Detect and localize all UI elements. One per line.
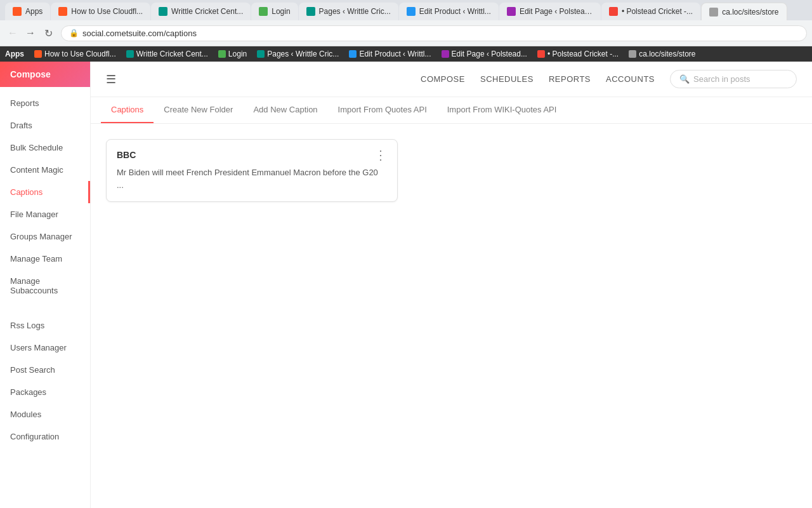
apps-bar: Apps How to Use Cloudfl...Writtle Cricke… xyxy=(0,46,812,62)
browser-tab-tab-cloudf[interactable]: How to Use Cloudfl... xyxy=(51,3,150,20)
sidebar-item-content-magic[interactable]: Content Magic xyxy=(0,159,90,181)
sidebar-item-users-manager[interactable]: Users Manager xyxy=(0,337,90,359)
reload-button[interactable]: ↻ xyxy=(41,25,56,41)
sidebar-item-manage-team[interactable]: Manage Team xyxy=(0,248,90,270)
apps-bar-item[interactable]: How to Use Cloudfl... xyxy=(34,50,116,58)
apps-favicon xyxy=(537,50,545,58)
sidebar-item-rss-logs[interactable]: Rss Logs xyxy=(0,314,90,337)
tabs-bar: CaptionsCreate New FolderAdd New Caption… xyxy=(91,97,812,124)
tab-title: Writtle Cricket Cent... xyxy=(171,7,243,16)
search-icon: 🔍 xyxy=(679,74,690,84)
sidebar-item-file-manager[interactable]: File Manager xyxy=(0,203,90,225)
sidebar-item-bulk-schedule[interactable]: Bulk Schedule xyxy=(0,137,90,159)
search-box[interactable]: 🔍 Search in posts xyxy=(670,70,797,88)
apps-favicon xyxy=(218,50,226,58)
browser-tabs-bar: AppsHow to Use Cloudfl...Writtle Cricket… xyxy=(0,0,812,20)
apps-favicon xyxy=(349,50,357,58)
sidebar-item-manage-subaccounts[interactable]: Manage Subaccounts xyxy=(0,270,90,302)
tab-title: Edit Product ‹ Writtl... xyxy=(419,7,491,16)
content-tab-add-new-caption[interactable]: Add New Caption xyxy=(243,97,327,123)
apps-favicon xyxy=(629,50,636,58)
apps-bar-item[interactable]: Writtle Cricket Cent... xyxy=(126,50,208,58)
main-content: ☰ COMPOSESCHEDULESREPORTSACCOUNTS 🔍 Sear… xyxy=(91,62,812,508)
caption-card-card-bbc: BBC ⋮ Mr Biden will meet French Presiden… xyxy=(106,139,398,202)
menu-icon[interactable]: ☰ xyxy=(106,72,116,86)
browser-tab-tab-login[interactable]: Login xyxy=(251,3,298,20)
tab-favicon xyxy=(306,7,315,16)
browser-chrome: ← → ↻ 🔒 social.cometsuite.com/captions xyxy=(0,20,812,46)
address-bar-url: social.cometsuite.com/captions xyxy=(82,29,197,38)
sidebar-item-packages[interactable]: Packages xyxy=(0,381,90,403)
tab-title: Apps xyxy=(25,7,43,16)
apps-favicon xyxy=(257,50,265,58)
tab-title: Pages ‹ Writtle Cric... xyxy=(319,7,391,16)
content-tab-captions[interactable]: Captions xyxy=(101,97,154,123)
header: ☰ COMPOSESCHEDULESREPORTSACCOUNTS 🔍 Sear… xyxy=(91,62,812,97)
tab-title: How to Use Cloudfl... xyxy=(71,7,143,16)
sidebar-nav: ReportsDraftsBulk ScheduleContent MagicC… xyxy=(0,87,90,508)
back-button[interactable]: ← xyxy=(5,25,20,41)
sidebar-item-reports[interactable]: Reports xyxy=(0,92,90,114)
sidebar: Compose ReportsDraftsBulk ScheduleConten… xyxy=(0,62,91,508)
tab-favicon xyxy=(159,7,167,16)
sidebar-item-groups-manager[interactable]: Groups Manager xyxy=(0,225,90,248)
sidebar-divider xyxy=(0,302,90,314)
apps-bar-item[interactable]: Edit Product ‹ Writtl... xyxy=(349,50,431,58)
tab-title: • Polstead Cricket -... xyxy=(622,7,693,16)
header-nav-schedules[interactable]: SCHEDULES xyxy=(480,74,534,84)
apps-bar-item[interactable]: • Polstead Cricket -... xyxy=(537,50,619,58)
tab-favicon xyxy=(407,7,416,16)
tab-title: ca.loc/sites/store xyxy=(722,8,778,17)
app-wrapper: Compose ReportsDraftsBulk ScheduleConten… xyxy=(0,62,812,508)
browser-tab-tab-edit-product[interactable]: Edit Product ‹ Writtl... xyxy=(399,3,499,20)
header-nav: COMPOSESCHEDULESREPORTSACCOUNTS xyxy=(421,74,655,84)
browser-tab-tab-polstead[interactable]: • Polstead Cricket -... xyxy=(601,3,700,20)
apps-bar-item[interactable]: ca.loc/sites/store xyxy=(629,50,695,58)
search-placeholder: Search in posts xyxy=(693,74,750,84)
browser-tab-tab-edit-page[interactable]: Edit Page ‹ Polstead... xyxy=(499,3,601,20)
tab-favicon xyxy=(259,7,268,16)
apps-bar-item[interactable]: Edit Page ‹ Polstead... xyxy=(442,50,527,58)
tab-favicon xyxy=(13,7,22,16)
apps-favicon xyxy=(126,50,134,58)
nav-buttons: ← → ↻ xyxy=(5,25,56,41)
tab-favicon xyxy=(507,7,516,16)
apps-bar-item[interactable]: Pages ‹ Writtle Cric... xyxy=(257,50,339,58)
caption-card-header: BBC ⋮ xyxy=(107,140,397,166)
header-nav-reports[interactable]: REPORTS xyxy=(549,74,591,84)
content-area: CaptionsCreate New FolderAdd New Caption… xyxy=(91,97,812,508)
sidebar-item-drafts[interactable]: Drafts xyxy=(0,114,90,137)
content-tab-create-new-folder[interactable]: Create New Folder xyxy=(154,97,243,123)
tab-title: Login xyxy=(272,7,290,16)
apps-bar-item[interactable]: Login xyxy=(218,50,247,58)
sidebar-item-captions[interactable]: Captions xyxy=(0,181,90,203)
header-nav-compose[interactable]: COMPOSE xyxy=(421,74,465,84)
content-tab-import-wiki[interactable]: Import From WIKI-Quotes API xyxy=(437,97,567,123)
browser-tab-tab-pages[interactable]: Pages ‹ Writtle Cric... xyxy=(299,3,398,20)
apps-favicon xyxy=(442,50,449,58)
sidebar-item-modules[interactable]: Modules xyxy=(0,403,90,425)
browser-toolbar: ← → ↻ 🔒 social.cometsuite.com/captions xyxy=(0,20,812,46)
content-tab-import-quotes[interactable]: Import From Quotes API xyxy=(328,97,437,123)
sidebar-item-post-search[interactable]: Post Search xyxy=(0,359,90,381)
forward-button[interactable]: → xyxy=(23,25,38,41)
header-nav-accounts[interactable]: ACCOUNTS xyxy=(606,74,655,84)
caption-card-menu-button[interactable]: ⋮ xyxy=(374,149,387,161)
browser-tab-tab-writtle[interactable]: Writtle Cricket Cent... xyxy=(151,3,251,20)
cards-area: BBC ⋮ Mr Biden will meet French Presiden… xyxy=(91,124,812,217)
tab-favicon xyxy=(58,7,67,16)
caption-card-title: BBC xyxy=(117,150,136,160)
apps-label: Apps xyxy=(5,50,24,58)
sidebar-item-configuration[interactable]: Configuration xyxy=(0,425,90,448)
compose-button[interactable]: Compose xyxy=(0,62,90,87)
browser-tab-tab-apps[interactable]: Apps xyxy=(5,3,50,20)
caption-card-body: Mr Biden will meet French President Emma… xyxy=(107,166,397,201)
address-bar[interactable]: 🔒 social.cometsuite.com/captions xyxy=(61,25,807,41)
lock-icon: 🔒 xyxy=(69,29,79,37)
tab-favicon xyxy=(709,8,718,17)
browser-tab-tab-caloc[interactable]: ca.loc/sites/store xyxy=(701,3,787,20)
tab-favicon xyxy=(609,7,618,16)
tab-title: Edit Page ‹ Polstead... xyxy=(520,7,593,16)
apps-favicon xyxy=(34,50,42,58)
